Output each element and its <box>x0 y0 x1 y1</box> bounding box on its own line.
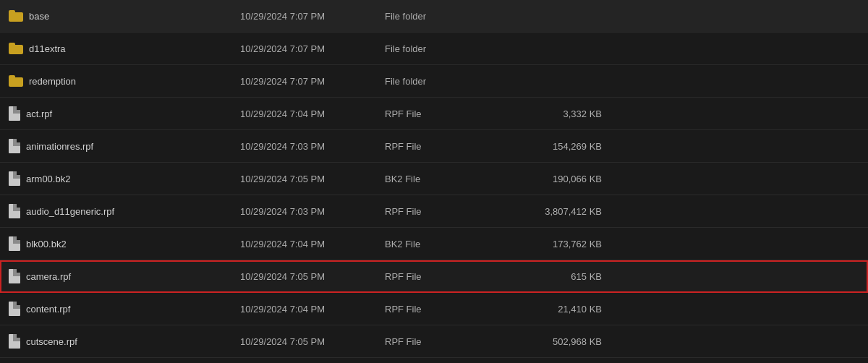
file-name-text: cutscene.rpf <box>26 336 77 347</box>
file-name-text: base <box>29 11 49 22</box>
file-name-cell: redemption <box>9 75 240 87</box>
table-row[interactable]: d11extra10/29/2024 7:07 PMFile folder <box>0 33 868 65</box>
file-type: File folder <box>385 11 501 22</box>
file-type: RPF File <box>385 206 501 217</box>
file-date: 10/29/2024 7:05 PM <box>240 174 385 184</box>
file-name-cell: animationres.rpf <box>9 139 240 153</box>
file-type: BK2 File <box>385 239 501 249</box>
table-row[interactable]: arm00.bk210/29/2024 7:05 PMBK2 File190,0… <box>0 163 868 195</box>
folder-icon <box>9 43 23 54</box>
file-date: 10/29/2024 7:04 PM <box>240 239 385 249</box>
file-icon <box>9 236 20 251</box>
file-size: 190,066 KB <box>501 174 616 184</box>
file-name-text: arm00.bk2 <box>26 174 70 184</box>
file-name-text: audio_d11generic.rpf <box>26 206 114 217</box>
file-name-text: content.rpf <box>26 304 70 315</box>
file-list: base10/29/2024 7:07 PMFile folderd11extr… <box>0 0 868 363</box>
file-date: 10/29/2024 7:07 PM <box>240 76 385 87</box>
file-date: 10/29/2024 7:05 PM <box>240 336 385 347</box>
file-date: 10/29/2024 7:07 PM <box>240 11 385 22</box>
file-type: File folder <box>385 76 501 87</box>
file-date: 10/29/2024 7:07 PM <box>240 43 385 54</box>
table-row[interactable]: base10/29/2024 7:07 PMFile folder <box>0 0 868 33</box>
table-row[interactable]: cutscene.rpf10/29/2024 7:05 PMRPF File50… <box>0 325 868 358</box>
file-name-text: camera.rpf <box>26 271 71 282</box>
file-name-cell: content.rpf <box>9 302 240 316</box>
file-name-cell: audio_d11generic.rpf <box>9 204 240 218</box>
file-name-text: act.rpf <box>26 108 52 119</box>
file-icon <box>9 269 20 283</box>
file-name-cell: base <box>9 10 240 22</box>
file-type: File folder <box>385 43 501 54</box>
file-size: 615 KB <box>501 271 616 282</box>
file-type: RPF File <box>385 141 501 152</box>
file-size: 21,410 KB <box>501 304 616 315</box>
file-icon <box>9 302 20 316</box>
file-size: 173,762 KB <box>501 239 616 249</box>
file-name-text: d11extra <box>29 43 66 54</box>
file-icon <box>9 334 20 349</box>
file-size: 502,968 KB <box>501 336 616 347</box>
table-row[interactable]: camera.rpf10/29/2024 7:05 PMRPF File615 … <box>0 260 868 293</box>
table-row[interactable]: flash.rpf10/29/2024 7:05 PMRPF File202,8… <box>0 358 868 363</box>
file-date: 10/29/2024 7:04 PM <box>240 304 385 315</box>
file-type: RPF File <box>385 271 501 282</box>
table-row[interactable]: act.rpf10/29/2024 7:04 PMRPF File3,332 K… <box>0 98 868 130</box>
file-name-text: redemption <box>29 76 76 87</box>
file-type: BK2 File <box>385 174 501 184</box>
file-icon <box>9 139 20 153</box>
folder-icon <box>9 75 23 87</box>
file-name-text: animationres.rpf <box>26 141 93 152</box>
file-name-cell: cutscene.rpf <box>9 334 240 349</box>
table-row[interactable]: content.rpf10/29/2024 7:04 PMRPF File21,… <box>0 293 868 325</box>
file-date: 10/29/2024 7:03 PM <box>240 141 385 152</box>
table-row[interactable]: blk00.bk210/29/2024 7:04 PMBK2 File173,7… <box>0 228 868 260</box>
file-type: RPF File <box>385 108 501 119</box>
file-date: 10/29/2024 7:05 PM <box>240 271 385 282</box>
file-name-cell: camera.rpf <box>9 269 240 283</box>
file-name-cell: blk00.bk2 <box>9 236 240 251</box>
file-type: RPF File <box>385 304 501 315</box>
file-name-text: blk00.bk2 <box>26 239 67 249</box>
file-name-cell: d11extra <box>9 43 240 54</box>
table-row[interactable]: animationres.rpf10/29/2024 7:03 PMRPF Fi… <box>0 130 868 163</box>
file-date: 10/29/2024 7:03 PM <box>240 206 385 217</box>
folder-icon <box>9 10 23 22</box>
file-type: RPF File <box>385 336 501 347</box>
file-size: 154,269 KB <box>501 141 616 152</box>
table-row[interactable]: audio_d11generic.rpf10/29/2024 7:03 PMRP… <box>0 195 868 228</box>
file-icon <box>9 106 20 121</box>
file-name-cell: act.rpf <box>9 106 240 121</box>
file-date: 10/29/2024 7:04 PM <box>240 108 385 119</box>
file-size: 3,807,412 KB <box>501 206 616 217</box>
table-row[interactable]: redemption10/29/2024 7:07 PMFile folder <box>0 65 868 98</box>
file-icon <box>9 204 20 218</box>
file-name-cell: arm00.bk2 <box>9 171 240 186</box>
file-icon <box>9 171 20 186</box>
file-size: 3,332 KB <box>501 108 616 119</box>
